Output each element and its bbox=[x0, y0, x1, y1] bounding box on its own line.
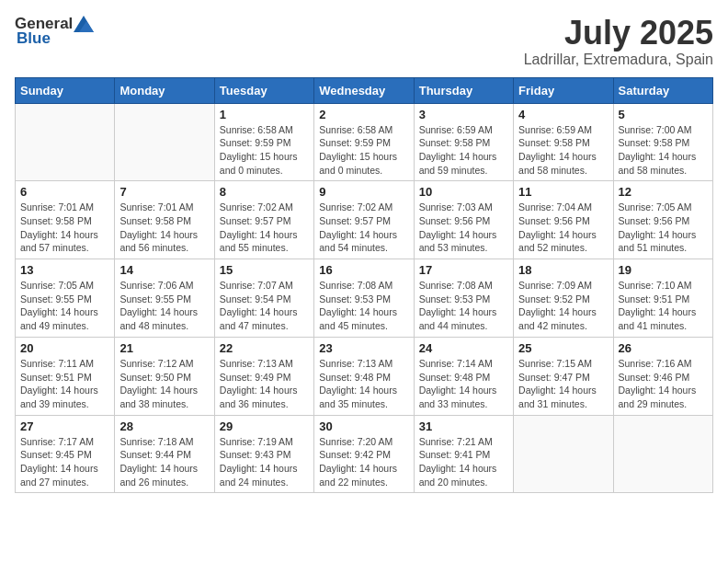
day-number: 26 bbox=[619, 341, 708, 355]
day-number: 20 bbox=[20, 341, 109, 355]
day-info: Sunrise: 7:01 AM Sunset: 9:58 PM Dayligh… bbox=[20, 201, 109, 255]
calendar-day-header: Saturday bbox=[613, 77, 712, 103]
calendar-day-header: Monday bbox=[115, 77, 214, 103]
day-info: Sunrise: 7:20 AM Sunset: 9:42 PM Dayligh… bbox=[319, 435, 408, 489]
calendar-cell: 11Sunrise: 7:04 AM Sunset: 9:56 PM Dayli… bbox=[514, 181, 613, 259]
day-info: Sunrise: 7:02 AM Sunset: 9:57 PM Dayligh… bbox=[319, 201, 408, 255]
calendar-cell: 6Sunrise: 7:01 AM Sunset: 9:58 PM Daylig… bbox=[16, 181, 115, 259]
day-info: Sunrise: 7:09 AM Sunset: 9:52 PM Dayligh… bbox=[518, 279, 608, 333]
day-number: 24 bbox=[419, 341, 508, 355]
calendar-cell: 30Sunrise: 7:20 AM Sunset: 9:42 PM Dayli… bbox=[314, 415, 414, 493]
day-number: 4 bbox=[518, 108, 608, 121]
day-number: 5 bbox=[619, 108, 708, 121]
day-info: Sunrise: 7:08 AM Sunset: 9:53 PM Dayligh… bbox=[419, 279, 508, 333]
calendar-header-row: SundayMondayTuesdayWednesdayThursdayFrid… bbox=[16, 77, 713, 103]
day-number: 12 bbox=[619, 185, 708, 199]
day-info: Sunrise: 7:13 AM Sunset: 9:49 PM Dayligh… bbox=[220, 357, 309, 411]
day-number: 21 bbox=[119, 341, 209, 355]
day-info: Sunrise: 7:10 AM Sunset: 9:51 PM Dayligh… bbox=[619, 279, 708, 333]
day-info: Sunrise: 6:59 AM Sunset: 9:58 PM Dayligh… bbox=[419, 123, 508, 178]
day-info: Sunrise: 7:17 AM Sunset: 9:45 PM Dayligh… bbox=[20, 435, 109, 489]
day-info: Sunrise: 7:01 AM Sunset: 9:58 PM Dayligh… bbox=[119, 201, 209, 255]
title-block: July 2025 Ladrillar, Extremadura, Spain bbox=[524, 15, 713, 68]
calendar-day-header: Wednesday bbox=[314, 77, 414, 103]
calendar-cell: 13Sunrise: 7:05 AM Sunset: 9:55 PM Dayli… bbox=[16, 259, 115, 338]
calendar-cell: 21Sunrise: 7:12 AM Sunset: 9:50 PM Dayli… bbox=[115, 337, 214, 415]
day-info: Sunrise: 7:16 AM Sunset: 9:46 PM Dayligh… bbox=[619, 357, 708, 411]
calendar-cell: 22Sunrise: 7:13 AM Sunset: 9:49 PM Dayli… bbox=[214, 337, 313, 415]
calendar-subtitle: Ladrillar, Extremadura, Spain bbox=[524, 52, 713, 68]
day-info: Sunrise: 7:13 AM Sunset: 9:48 PM Dayligh… bbox=[319, 357, 408, 411]
calendar-week-row: 13Sunrise: 7:05 AM Sunset: 9:55 PM Dayli… bbox=[16, 259, 713, 338]
day-info: Sunrise: 7:00 AM Sunset: 9:58 PM Dayligh… bbox=[619, 123, 708, 178]
day-number: 2 bbox=[319, 108, 408, 121]
calendar-cell: 3Sunrise: 6:59 AM Sunset: 9:58 PM Daylig… bbox=[414, 103, 513, 181]
day-number: 19 bbox=[619, 263, 708, 277]
calendar-cell bbox=[613, 415, 712, 493]
day-number: 31 bbox=[419, 419, 508, 433]
day-number: 17 bbox=[419, 263, 508, 277]
day-number: 15 bbox=[220, 263, 309, 277]
day-number: 25 bbox=[518, 341, 608, 355]
calendar-day-header: Tuesday bbox=[214, 77, 313, 103]
day-info: Sunrise: 7:02 AM Sunset: 9:57 PM Dayligh… bbox=[220, 201, 309, 255]
day-number: 13 bbox=[20, 263, 109, 277]
calendar-day-header: Sunday bbox=[16, 77, 115, 103]
day-number: 16 bbox=[319, 263, 408, 277]
calendar-cell bbox=[115, 103, 214, 181]
calendar-cell: 2Sunrise: 6:58 AM Sunset: 9:59 PM Daylig… bbox=[314, 103, 414, 181]
calendar-cell: 31Sunrise: 7:21 AM Sunset: 9:41 PM Dayli… bbox=[414, 415, 513, 493]
day-number: 10 bbox=[419, 185, 508, 199]
calendar-cell: 25Sunrise: 7:15 AM Sunset: 9:47 PM Dayli… bbox=[514, 337, 613, 415]
calendar-day-header: Friday bbox=[514, 77, 613, 103]
calendar-cell: 1Sunrise: 6:58 AM Sunset: 9:59 PM Daylig… bbox=[214, 103, 313, 181]
day-info: Sunrise: 6:58 AM Sunset: 9:59 PM Dayligh… bbox=[319, 123, 408, 178]
calendar-title: July 2025 bbox=[524, 15, 713, 52]
day-number: 22 bbox=[220, 341, 309, 355]
day-number: 6 bbox=[20, 185, 109, 199]
calendar-cell: 18Sunrise: 7:09 AM Sunset: 9:52 PM Dayli… bbox=[514, 259, 613, 338]
logo-icon bbox=[74, 16, 94, 32]
calendar-cell: 15Sunrise: 7:07 AM Sunset: 9:54 PM Dayli… bbox=[214, 259, 313, 338]
day-info: Sunrise: 7:14 AM Sunset: 9:48 PM Dayligh… bbox=[419, 357, 508, 411]
calendar-cell: 7Sunrise: 7:01 AM Sunset: 9:58 PM Daylig… bbox=[115, 181, 214, 259]
calendar-cell: 10Sunrise: 7:03 AM Sunset: 9:56 PM Dayli… bbox=[414, 181, 513, 259]
calendar-cell: 14Sunrise: 7:06 AM Sunset: 9:55 PM Dayli… bbox=[115, 259, 214, 338]
day-info: Sunrise: 7:04 AM Sunset: 9:56 PM Dayligh… bbox=[518, 201, 608, 255]
calendar-cell bbox=[16, 103, 115, 181]
day-info: Sunrise: 7:05 AM Sunset: 9:56 PM Dayligh… bbox=[619, 201, 708, 255]
logo: General Blue bbox=[15, 15, 95, 48]
day-number: 1 bbox=[220, 108, 309, 121]
day-info: Sunrise: 7:06 AM Sunset: 9:55 PM Dayligh… bbox=[119, 279, 209, 333]
day-number: 18 bbox=[518, 263, 608, 277]
day-info: Sunrise: 7:07 AM Sunset: 9:54 PM Dayligh… bbox=[220, 279, 309, 333]
day-number: 27 bbox=[20, 419, 109, 433]
calendar-week-row: 20Sunrise: 7:11 AM Sunset: 9:51 PM Dayli… bbox=[16, 337, 713, 415]
day-number: 11 bbox=[518, 185, 608, 199]
logo-blue-text: Blue bbox=[17, 29, 51, 48]
day-info: Sunrise: 7:12 AM Sunset: 9:50 PM Dayligh… bbox=[119, 357, 209, 411]
day-number: 7 bbox=[119, 185, 209, 199]
day-number: 8 bbox=[220, 185, 309, 199]
calendar-cell: 5Sunrise: 7:00 AM Sunset: 9:58 PM Daylig… bbox=[613, 103, 712, 181]
day-info: Sunrise: 7:18 AM Sunset: 9:44 PM Dayligh… bbox=[119, 435, 209, 489]
calendar-cell: 9Sunrise: 7:02 AM Sunset: 9:57 PM Daylig… bbox=[314, 181, 414, 259]
day-info: Sunrise: 7:03 AM Sunset: 9:56 PM Dayligh… bbox=[419, 201, 508, 255]
day-info: Sunrise: 7:19 AM Sunset: 9:43 PM Dayligh… bbox=[220, 435, 309, 489]
calendar-cell: 28Sunrise: 7:18 AM Sunset: 9:44 PM Dayli… bbox=[115, 415, 214, 493]
calendar-cell: 24Sunrise: 7:14 AM Sunset: 9:48 PM Dayli… bbox=[414, 337, 513, 415]
day-number: 3 bbox=[419, 108, 508, 121]
day-number: 28 bbox=[119, 419, 209, 433]
calendar-cell: 19Sunrise: 7:10 AM Sunset: 9:51 PM Dayli… bbox=[613, 259, 712, 338]
calendar-week-row: 6Sunrise: 7:01 AM Sunset: 9:58 PM Daylig… bbox=[16, 181, 713, 259]
calendar-week-row: 1Sunrise: 6:58 AM Sunset: 9:59 PM Daylig… bbox=[16, 103, 713, 181]
calendar-cell: 4Sunrise: 6:59 AM Sunset: 9:58 PM Daylig… bbox=[514, 103, 613, 181]
calendar-day-header: Thursday bbox=[414, 77, 513, 103]
calendar-cell: 16Sunrise: 7:08 AM Sunset: 9:53 PM Dayli… bbox=[314, 259, 414, 338]
day-info: Sunrise: 7:05 AM Sunset: 9:55 PM Dayligh… bbox=[20, 279, 109, 333]
calendar-cell: 17Sunrise: 7:08 AM Sunset: 9:53 PM Dayli… bbox=[414, 259, 513, 338]
day-info: Sunrise: 7:15 AM Sunset: 9:47 PM Dayligh… bbox=[518, 357, 608, 411]
calendar-cell: 23Sunrise: 7:13 AM Sunset: 9:48 PM Dayli… bbox=[314, 337, 414, 415]
day-info: Sunrise: 7:11 AM Sunset: 9:51 PM Dayligh… bbox=[20, 357, 109, 411]
calendar-cell: 8Sunrise: 7:02 AM Sunset: 9:57 PM Daylig… bbox=[214, 181, 313, 259]
